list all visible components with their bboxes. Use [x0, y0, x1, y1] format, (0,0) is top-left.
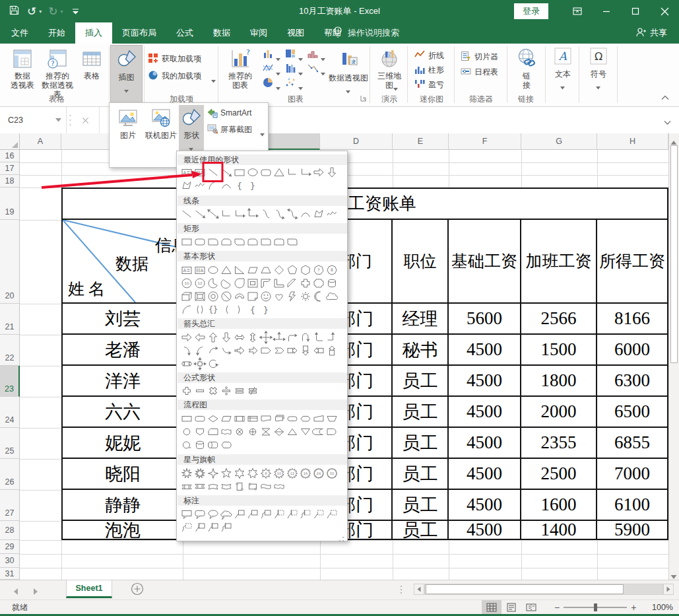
menu-item-屏幕截图[interactable]: 屏幕截图 [207, 122, 265, 137]
shape-fc-preparation-icon[interactable] [299, 412, 312, 425]
shape-fc-tape-icon[interactable] [220, 425, 233, 438]
column-header-G[interactable]: G [521, 133, 597, 150]
shape-trapezoid-icon[interactable] [259, 263, 273, 277]
shape-star-24-icon[interactable]: 24 [312, 467, 325, 480]
menu-item-联机图片[interactable]: 联机图片 [145, 105, 178, 165]
shape-brace-right-icon[interactable]: } [259, 303, 273, 316]
shape-arrow-striped-icon[interactable] [233, 344, 246, 357]
table-cell-total-4[interactable]: 6855 [597, 428, 667, 459]
shape-arrow-chevron-icon[interactable] [273, 344, 286, 357]
shape-fc-sum-icon[interactable] [233, 425, 246, 438]
shape-frame-icon[interactable] [246, 277, 259, 290]
table-header-2[interactable]: 基础工资 [449, 220, 521, 304]
shape-hexagon-icon[interactable] [299, 263, 312, 277]
shape-callout-rect-icon[interactable] [180, 508, 193, 521]
new-sheet-icon[interactable] [131, 582, 144, 598]
table-cell-overtime-2[interactable]: 1800 [521, 366, 597, 397]
row-header-26[interactable]: 26 [0, 459, 20, 490]
row-header-21[interactable]: 21 [0, 304, 20, 335]
shape-arrow-uturn-icon[interactable] [299, 331, 312, 344]
shape-elbow-icon[interactable] [220, 207, 233, 221]
shape-bevel-icon[interactable] [193, 290, 207, 303]
row-header-19[interactable]: 19 [0, 188, 20, 220]
row-header-31[interactable]: 31 [0, 568, 20, 580]
shape-curved-dbl-icon[interactable] [286, 207, 299, 221]
shape-triangle-icon[interactable] [273, 166, 286, 179]
shape-decagon-icon[interactable]: 10 [180, 277, 193, 290]
shape-callout-line-2n-icon[interactable] [207, 521, 220, 534]
shape-round-rect-icon[interactable] [259, 166, 273, 179]
table-cell-total-5[interactable]: 7000 [597, 459, 667, 490]
page-layout-view-icon[interactable] [501, 600, 521, 615]
normal-view-icon[interactable] [482, 600, 501, 615]
shape-heart-icon[interactable] [273, 290, 286, 303]
shape-line-icon[interactable] [207, 166, 220, 179]
shape-callout-arrow-down-icon[interactable] [299, 344, 312, 357]
shape-fc-merge-icon[interactable] [299, 425, 312, 438]
shape-arrow-left-up-icon[interactable] [312, 331, 325, 344]
shape-star-6-icon[interactable] [233, 467, 246, 480]
shape-arrow-curved-up-icon[interactable] [207, 344, 220, 357]
shape-arrow-down-icon[interactable] [325, 166, 339, 179]
shape-fc-or-icon[interactable] [246, 425, 259, 438]
shape-plus-icon[interactable] [180, 384, 193, 397]
shape-divide-icon[interactable] [220, 384, 233, 397]
row-header-24[interactable]: 24 [0, 397, 20, 428]
shape-scroll-v-icon[interactable] [233, 480, 246, 493]
shape-arrow-bent-up-icon[interactable] [325, 331, 339, 344]
shape-cube-icon[interactable] [180, 290, 193, 303]
shape-fc-document-icon[interactable] [259, 412, 273, 425]
shape-bracket-left-icon[interactable] [220, 303, 233, 316]
menu-item-SmartArt[interactable]: SmartArt [207, 106, 265, 121]
shape-double-wave-icon[interactable] [273, 480, 286, 493]
shape-folded-corner-icon[interactable] [246, 290, 259, 303]
shape-snip-2diag-icon[interactable] [233, 235, 246, 248]
shape-fc-manual-input-icon[interactable] [312, 412, 325, 425]
shape-moon-icon[interactable] [312, 290, 325, 303]
zoom-slider[interactable] [564, 607, 627, 608]
shape-callout-line-2-icon[interactable] [246, 508, 259, 521]
table-cell-total-0[interactable]: 8166 [597, 304, 667, 335]
shape-arrow-bent-icon[interactable] [286, 331, 299, 344]
shape-can-icon[interactable] [325, 277, 339, 290]
shape-arrow-notched-icon[interactable] [246, 344, 259, 357]
shape-star-10-icon[interactable]: 10 [273, 467, 286, 480]
shape-chord-icon[interactable] [220, 277, 233, 290]
shape-fc-manual-op-icon[interactable] [325, 412, 339, 425]
table-cell-pos-5[interactable]: 员工 [393, 459, 449, 490]
shape-arrow-lru-icon[interactable] [273, 331, 286, 344]
shape-arrow-left-icon[interactable] [193, 331, 207, 344]
shape-line-icon[interactable] [180, 207, 193, 221]
shape-callout-line-1b-icon[interactable] [312, 508, 325, 521]
shape-star-8-icon[interactable]: 8 [259, 467, 273, 480]
shape-arc-icon[interactable] [180, 303, 193, 316]
shape-callout-line-2a-icon[interactable] [286, 508, 299, 521]
shape-arrow-curved-left-icon[interactable] [193, 344, 207, 357]
table-cell-total-1[interactable]: 6000 [597, 335, 667, 366]
table-cell-base-2[interactable]: 4500 [449, 366, 521, 397]
shape-fc-direct-icon[interactable] [207, 438, 220, 452]
menu-item-图片[interactable]: 图片 [113, 105, 143, 165]
shape-parallelogram-icon[interactable] [246, 263, 259, 277]
shape-scribble-icon[interactable] [325, 207, 339, 221]
shape-fc-predefined-icon[interactable] [233, 412, 246, 425]
table-cell-base-7[interactable]: 4500 [449, 521, 521, 539]
shape-scribble-icon[interactable] [193, 179, 207, 192]
shape-brace-left-icon[interactable]: { [246, 303, 259, 316]
shape-fc-internal-icon[interactable] [246, 412, 259, 425]
shape-callout-line-1-icon[interactable] [233, 508, 246, 521]
shape-star-5-icon[interactable] [220, 467, 233, 480]
shape-diamond-icon[interactable] [273, 263, 286, 277]
shape-half-frame-icon[interactable] [259, 277, 273, 290]
shape-arrow-quad-icon[interactable] [259, 331, 273, 344]
shape-dodecagon-icon[interactable]: 12 [193, 277, 207, 290]
shape-not-equal-icon[interactable] [246, 384, 259, 397]
scroll-left-icon[interactable] [414, 584, 424, 595]
shape-diag-stripe-icon[interactable] [286, 277, 299, 290]
shape-dbl-arrow-icon[interactable] [207, 207, 220, 221]
row-header-18[interactable]: 18 [0, 175, 20, 188]
shape-donut-icon[interactable] [207, 290, 220, 303]
shape-explosion-2-icon[interactable] [193, 467, 207, 480]
zoom-out-icon[interactable]: − [554, 602, 560, 613]
shape-arrow-curved-down-icon[interactable] [220, 344, 233, 357]
